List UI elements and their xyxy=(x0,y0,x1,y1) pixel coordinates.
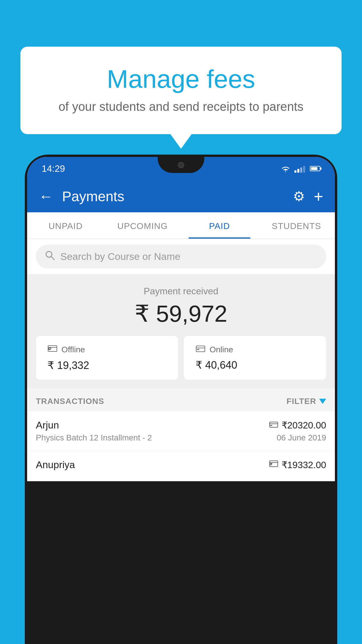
svg-rect-8 xyxy=(197,349,199,350)
app-header: ← Payments ⚙ + xyxy=(27,180,335,212)
payment-label: Payment received xyxy=(36,286,326,297)
tab-unpaid[interactable]: UNPAID xyxy=(27,212,104,239)
speech-bubble: Manage fees of your students and send re… xyxy=(20,47,342,134)
back-button[interactable]: ← xyxy=(39,188,53,205)
settings-icon[interactable]: ⚙ xyxy=(293,188,305,204)
search-icon xyxy=(45,250,55,263)
page-title: Payments xyxy=(62,188,284,204)
transaction-date: 06 June 2019 xyxy=(277,433,326,442)
transaction-row[interactable]: Anupriya ₹19332.00 xyxy=(27,451,335,481)
offline-amount: ₹ 19,332 xyxy=(48,359,166,372)
filter-button[interactable]: FILTER xyxy=(287,397,326,406)
svg-rect-5 xyxy=(49,348,51,349)
search-input[interactable]: Search by Course or Name xyxy=(60,251,180,262)
tabs-container: UNPAID UPCOMING PAID STUDENTS xyxy=(27,212,335,239)
add-icon[interactable]: + xyxy=(314,187,323,206)
svg-rect-6 xyxy=(196,346,205,352)
offline-card: Offline ₹ 19,332 xyxy=(36,336,178,380)
bubble-title: Manage fees xyxy=(44,64,318,94)
wifi-icon xyxy=(280,164,291,173)
search-container: Search by Course or Name xyxy=(27,239,335,274)
transaction-row[interactable]: Arjun ₹20320.00 xyxy=(27,411,335,451)
cash-payment-icon xyxy=(269,460,278,470)
svg-rect-15 xyxy=(270,463,272,464)
payment-cards: Offline ₹ 19,332 xyxy=(36,336,326,380)
payment-total: ₹ 59,972 xyxy=(36,300,326,327)
transactions-header: TRANSACTIONS FILTER xyxy=(27,388,335,411)
card-icon xyxy=(196,344,205,355)
transaction-amount-wrapper: ₹20320.00 xyxy=(269,420,326,431)
transaction-name: Arjun xyxy=(36,419,59,431)
transaction-amount: ₹20320.00 xyxy=(282,420,326,431)
online-amount: ₹ 40,640 xyxy=(196,359,314,371)
header-icons: ⚙ + xyxy=(293,187,323,206)
phone-frame: 14:29 xyxy=(25,155,337,644)
search-box[interactable]: Search by Course or Name xyxy=(36,245,326,268)
tab-students[interactable]: STUDENTS xyxy=(258,212,335,239)
card-payment-icon xyxy=(269,421,278,430)
bubble-subtitle: of your students and send receipts to pa… xyxy=(44,100,318,114)
speech-bubble-container: Manage fees of your students and send re… xyxy=(20,47,342,134)
svg-rect-11 xyxy=(270,425,272,426)
status-bar: 14:29 xyxy=(27,157,335,180)
offline-label: Offline xyxy=(61,345,85,354)
battery-icon xyxy=(310,166,320,171)
tab-upcoming[interactable]: UPCOMING xyxy=(104,212,181,239)
svg-rect-2 xyxy=(48,346,57,351)
filter-icon xyxy=(319,399,326,404)
tab-paid[interactable]: PAID xyxy=(181,212,258,239)
transactions-label: TRANSACTIONS xyxy=(36,397,104,406)
filter-label: FILTER xyxy=(287,397,316,406)
online-label: Online xyxy=(210,345,233,354)
transaction-course: Physics Batch 12 Installment - 2 xyxy=(36,433,152,442)
transaction-amount-wrapper: ₹19332.00 xyxy=(269,459,326,470)
svg-line-1 xyxy=(51,257,54,260)
online-card: Online ₹ 40,640 xyxy=(184,336,326,380)
cash-icon xyxy=(48,344,57,355)
payment-received-section: Payment received ₹ 59,972 xyxy=(27,274,335,388)
status-icons xyxy=(280,164,320,173)
svg-rect-9 xyxy=(270,422,278,427)
transaction-name: Anupriya xyxy=(36,459,75,470)
signal-icon xyxy=(294,164,305,173)
status-time: 14:29 xyxy=(42,163,65,174)
phone-notch xyxy=(158,157,204,173)
notch-camera xyxy=(178,162,184,168)
transaction-amount: ₹19332.00 xyxy=(282,459,326,470)
